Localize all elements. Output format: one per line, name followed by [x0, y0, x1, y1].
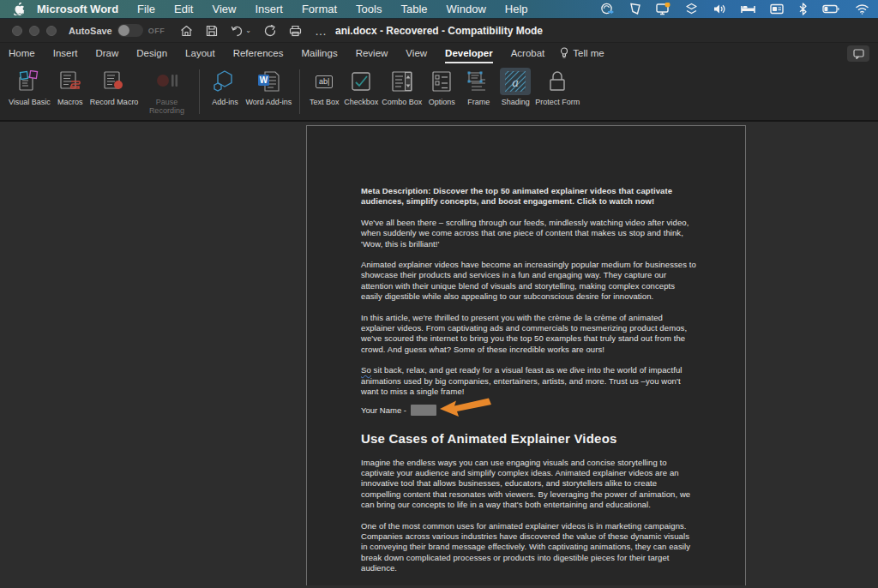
text-box-button[interactable]: ab| Text Box [308, 68, 340, 106]
tab-references[interactable]: References [233, 48, 284, 63]
comments-button[interactable] [847, 45, 869, 62]
shading-button[interactable]: a Shading [499, 68, 532, 106]
tab-review[interactable]: Review [356, 48, 388, 63]
more-icon[interactable]: … [315, 24, 327, 38]
paragraph: In this article, we're thrilled to prese… [361, 313, 697, 356]
record-macro-button[interactable]: Record Macro [90, 68, 139, 106]
comment-icon [853, 49, 864, 59]
options-button[interactable]: Options [425, 68, 458, 106]
pause-recording-button: Pause Recording [141, 68, 191, 115]
creative-cloud-icon[interactable] [600, 3, 615, 15]
grammar-flagged-word: So [361, 365, 371, 375]
zoom-window-button[interactable] [46, 26, 57, 36]
ribbon-tab-row: Home Insert Draw Design Layout Reference… [0, 43, 878, 63]
menu-status-icons [600, 3, 869, 15]
lightbulb-icon [560, 47, 568, 59]
tab-mailings[interactable]: Mailings [301, 48, 337, 63]
svg-text:W: W [260, 75, 268, 85]
word-add-ins-button[interactable]: W Word Add-ins [245, 68, 292, 106]
section-heading: Use Cases of Animated Explainer Videos [361, 431, 697, 446]
paragraph: Animated explainer videos have become an… [361, 260, 697, 303]
macos-menu-bar: Microsoft Word File Edit View Insert For… [0, 0, 878, 19]
menu-help[interactable]: Help [505, 3, 528, 15]
tab-design[interactable]: Design [136, 48, 167, 63]
minimize-window-button[interactable] [29, 26, 39, 36]
word-title-bar: AutoSave OFF ⌄ … ani.docx - Recovered - … [0, 19, 878, 43]
quick-access-toolbar: ⌄ … [180, 24, 327, 38]
document-page[interactable]: Meta Description: Discover the top 50 an… [306, 125, 746, 585]
tab-home[interactable]: Home [9, 48, 35, 63]
text-box-icon: ab| [316, 75, 333, 88]
visual-basic-button[interactable]: Visual Basic [9, 68, 51, 106]
checkbox-button[interactable]: Checkbox [344, 68, 378, 106]
menu-insert[interactable]: Insert [255, 3, 283, 15]
ribbon-group-separator [199, 69, 200, 114]
menu-items: Microsoft Word File Edit View Insert For… [37, 3, 528, 15]
close-window-button[interactable] [12, 26, 22, 36]
capture-icon[interactable] [629, 3, 641, 15]
paragraph: One of the most common uses for animated… [361, 521, 697, 574]
add-ins-button[interactable]: Add-ins [207, 68, 242, 106]
combo-box-button[interactable]: Combo Box [382, 68, 422, 106]
layers-icon[interactable] [685, 3, 698, 15]
name-form-field[interactable] [411, 405, 436, 416]
volume-icon[interactable] [713, 3, 726, 15]
bed-icon[interactable] [741, 3, 755, 15]
frame-button[interactable]: Frame [461, 68, 496, 106]
bluetooth-icon[interactable] [798, 3, 808, 15]
undo-button[interactable]: ⌄ [231, 25, 251, 37]
document-title: ani.docx - Recovered - Compatibility Mod… [335, 25, 543, 37]
ribbon-group-separator [299, 69, 300, 114]
autosave-state: OFF [148, 27, 165, 35]
svg-text:a: a [513, 75, 520, 89]
tab-layout[interactable]: Layout [185, 48, 215, 63]
tab-view[interactable]: View [406, 48, 427, 63]
menu-file[interactable]: File [137, 3, 155, 15]
apple-menu-icon[interactable] [14, 3, 25, 15]
undo-dropdown-chevron[interactable]: ⌄ [245, 27, 251, 34]
your-name-label: Your Name - [361, 405, 406, 415]
protect-form-button[interactable]: Protect Form [535, 68, 580, 106]
paragraph: So sit back, relax, and get ready for a … [361, 365, 697, 397]
macros-button[interactable]: Macros [54, 68, 87, 106]
menu-edit[interactable]: Edit [174, 3, 193, 15]
tell-me-control[interactable]: Tell me [560, 47, 604, 63]
display-notification-icon[interactable] [656, 3, 671, 15]
menu-tools[interactable]: Tools [356, 3, 382, 15]
paragraph: We've all been there – scrolling through… [361, 218, 697, 249]
annotation-arrow-icon [439, 397, 492, 421]
your-name-line: Your Name - [361, 404, 697, 417]
save-icon[interactable] [206, 25, 218, 37]
menu-app-name[interactable]: Microsoft Word [37, 3, 118, 15]
menu-format[interactable]: Format [302, 3, 337, 15]
paragraph: Imagine the endless ways you can use eng… [361, 458, 697, 511]
paragraph: There are various types of explainer vid… [361, 585, 697, 585]
menu-table[interactable]: Table [400, 3, 427, 15]
menu-view[interactable]: View [212, 3, 236, 15]
tab-acrobat[interactable]: Acrobat [511, 48, 545, 63]
home-icon[interactable] [180, 25, 193, 37]
document-canvas: Meta Description: Discover the top 50 an… [0, 122, 878, 585]
print-icon[interactable] [289, 25, 302, 37]
media-window-icon[interactable] [770, 3, 784, 15]
autosave-toggle[interactable] [117, 24, 143, 37]
tab-insert[interactable]: Insert [53, 48, 78, 63]
autosave-label: AutoSave [69, 26, 112, 36]
meta-description-paragraph: Meta Description: Discover the top 50 an… [361, 186, 697, 207]
menu-window[interactable]: Window [447, 3, 486, 15]
redo-icon[interactable] [264, 25, 276, 37]
developer-ribbon: Visual Basic Macros Record Macro Pause R… [0, 63, 878, 122]
window-controls [12, 26, 57, 36]
wifi-icon[interactable] [855, 3, 869, 15]
tab-draw[interactable]: Draw [95, 48, 118, 63]
battery-icon[interactable] [822, 3, 840, 15]
autosave-control: AutoSave OFF [69, 24, 165, 37]
tab-developer[interactable]: Developer [445, 48, 493, 63]
